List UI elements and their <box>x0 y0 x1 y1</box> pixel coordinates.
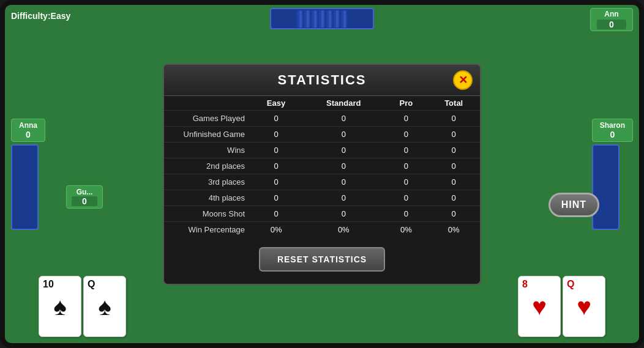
close-icon: ✕ <box>459 75 468 86</box>
row-easy: 0 <box>250 142 302 158</box>
row-pro: 0 <box>384 205 427 221</box>
row-total: 0 <box>427 205 480 221</box>
table-row: Games Played 0 0 0 0 <box>164 110 480 126</box>
col-header-pro: Pro <box>384 96 427 111</box>
row-total: 0 <box>427 158 480 174</box>
row-label: 2nd places <box>164 158 250 174</box>
table-row: 2nd places 0 0 0 0 <box>164 158 480 174</box>
row-standard: 0 <box>302 205 384 221</box>
row-label: Games Played <box>164 110 250 126</box>
row-total: 0% <box>427 221 480 237</box>
table-row: Win Percentage 0% 0% 0% 0% <box>164 221 480 237</box>
table-row: Unfinished Game 0 0 0 0 <box>164 126 480 142</box>
row-pro: 0% <box>384 221 427 237</box>
stats-table: Easy Standard Pro Total Games Played 0 0… <box>164 96 480 237</box>
row-total: 0 <box>427 110 480 126</box>
row-standard: 0 <box>302 126 384 142</box>
row-easy: 0 <box>250 110 302 126</box>
row-label: Unfinished Game <box>164 126 250 142</box>
game-background: Difficulty:Easy Ann 0 Anna 0 <box>5 5 639 343</box>
modal-title: STATISTICS <box>277 72 366 87</box>
row-standard: 0 <box>302 110 384 126</box>
row-easy: 0 <box>250 174 302 190</box>
row-standard: 0% <box>302 221 384 237</box>
row-label: Wins <box>164 142 250 158</box>
row-easy: 0 <box>250 158 302 174</box>
row-total: 0 <box>427 126 480 142</box>
row-standard: 0 <box>302 190 384 205</box>
row-label: Win Percentage <box>164 221 250 237</box>
table-row: Wins 0 0 0 0 <box>164 142 480 158</box>
row-standard: 0 <box>302 158 384 174</box>
table-row: 3rd places 0 0 0 0 <box>164 174 480 190</box>
row-easy: 0 <box>250 205 302 221</box>
row-easy: 0 <box>250 190 302 205</box>
row-total: 0 <box>427 174 480 190</box>
row-standard: 0 <box>302 142 384 158</box>
row-pro: 0 <box>384 174 427 190</box>
row-easy: 0% <box>250 221 302 237</box>
row-label: 4th places <box>164 190 250 205</box>
table-row: Moons Shot 0 0 0 0 <box>164 205 480 221</box>
row-standard: 0 <box>302 174 384 190</box>
modal-header: STATISTICS ✕ <box>164 65 480 96</box>
close-button[interactable]: ✕ <box>453 70 473 90</box>
row-pro: 0 <box>384 126 427 142</box>
row-label: 3rd places <box>164 174 250 190</box>
table-row: 4th places 0 0 0 0 <box>164 190 480 205</box>
col-header-easy: Easy <box>250 96 302 111</box>
row-pro: 0 <box>384 142 427 158</box>
reset-statistics-button[interactable]: RESET STATISTICS <box>259 247 385 272</box>
col-header-standard: Standard <box>302 96 384 111</box>
device-frame: Difficulty:Easy Ann 0 Anna 0 <box>0 0 644 348</box>
row-pro: 0 <box>384 158 427 174</box>
row-pro: 0 <box>384 110 427 126</box>
statistics-modal: STATISTICS ✕ Easy Standard Pro Total <box>163 64 481 285</box>
modal-overlay: STATISTICS ✕ Easy Standard Pro Total <box>5 5 639 343</box>
row-pro: 0 <box>384 190 427 205</box>
col-header-empty <box>164 96 250 111</box>
row-total: 0 <box>427 142 480 158</box>
row-easy: 0 <box>250 126 302 142</box>
row-label: Moons Shot <box>164 205 250 221</box>
row-total: 0 <box>427 190 480 205</box>
col-header-total: Total <box>427 96 480 111</box>
